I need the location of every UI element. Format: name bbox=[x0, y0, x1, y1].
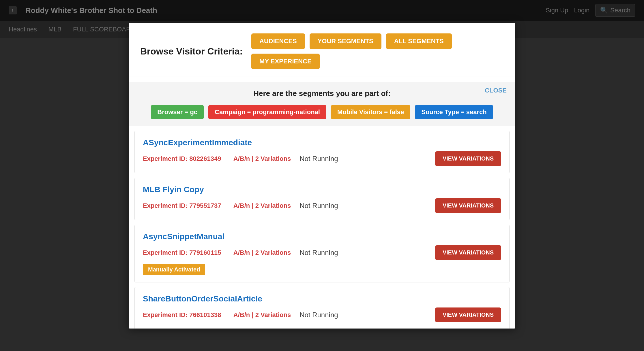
experiment-name-4: ShareButtonOrderSocialArticle bbox=[143, 294, 501, 303]
experiment-id-4: Experiment ID: 766101338 bbox=[143, 311, 221, 319]
criteria-buttons: AUDIENCES YOUR SEGMENTS ALL SEGMENTS MY … bbox=[251, 33, 504, 69]
experiment-type-4: A/B/n | 2 Variations bbox=[233, 311, 291, 319]
all-segments-button[interactable]: ALL SEGMENTS bbox=[386, 33, 452, 49]
experiment-name-2: MLB Flyin Copy bbox=[143, 185, 501, 194]
segments-tags: Browser = gc Campaign = programming-nati… bbox=[140, 105, 504, 119]
manually-activated-badge: Manually Activated bbox=[143, 264, 205, 275]
experiments-list: ASyncExperimentImmediate Experiment ID: … bbox=[129, 131, 515, 329]
audiences-button[interactable]: AUDIENCES bbox=[251, 33, 305, 49]
segment-tag-browser: Browser = gc bbox=[151, 105, 204, 119]
segment-tag-campaign: Campaign = programming-national bbox=[208, 105, 326, 119]
experiment-meta-3: Experiment ID: 779160115 A/B/n | 2 Varia… bbox=[143, 245, 501, 260]
modal-title: Browse Visitor Criteria: bbox=[140, 46, 243, 57]
experiment-id-1: Experiment ID: 802261349 bbox=[143, 155, 221, 163]
experiment-status-4: Not Running bbox=[299, 311, 338, 319]
experiment-status-1: Not Running bbox=[299, 155, 338, 163]
view-variations-button-1[interactable]: VIEW VARIATIONS bbox=[435, 151, 501, 166]
experiment-name-1: ASyncExperimentImmediate bbox=[143, 138, 501, 147]
my-experience-button[interactable]: MY EXPERIENCE bbox=[251, 54, 320, 69]
experiment-type-2: A/B/n | 2 Variations bbox=[233, 202, 291, 210]
experiment-status-3: Not Running bbox=[299, 249, 338, 257]
view-variations-button-4[interactable]: VIEW VARIATIONS bbox=[435, 307, 501, 322]
experiment-item-3: AsyncSnippetManual Experiment ID: 779160… bbox=[134, 225, 510, 282]
modal-overlay: Browse Visitor Criteria: AUDIENCES YOUR … bbox=[0, 0, 644, 351]
experiment-item-2: MLB Flyin Copy Experiment ID: 779551737 … bbox=[134, 178, 510, 220]
experiment-name-3: AsyncSnippetManual bbox=[143, 232, 501, 241]
separator-4 bbox=[225, 311, 230, 319]
your-segments-button[interactable]: YOUR SEGMENTS bbox=[310, 33, 381, 49]
separator-3 bbox=[225, 249, 230, 256]
experiment-id-3: Experiment ID: 779160115 bbox=[143, 249, 221, 256]
segments-panel: CLOSE Here are the segments you are part… bbox=[129, 82, 515, 126]
experiment-type-1: A/B/n | 2 Variations bbox=[233, 155, 291, 163]
close-button[interactable]: CLOSE bbox=[485, 87, 507, 94]
experiment-item-1: ASyncExperimentImmediate Experiment ID: … bbox=[134, 131, 510, 173]
experiment-item-4: ShareButtonOrderSocialArticle Experiment… bbox=[134, 287, 510, 329]
experiment-meta-1: Experiment ID: 802261349 A/B/n | 2 Varia… bbox=[143, 151, 501, 166]
experiment-id-2: Experiment ID: 779551737 bbox=[143, 202, 221, 210]
experiment-meta-2: Experiment ID: 779551737 A/B/n | 2 Varia… bbox=[143, 198, 501, 213]
separator-1 bbox=[225, 155, 230, 163]
segment-tag-mobile: Mobile Visitors = false bbox=[331, 105, 410, 119]
modal-header: Browse Visitor Criteria: AUDIENCES YOUR … bbox=[129, 23, 515, 76]
experiment-meta-4: Experiment ID: 766101338 A/B/n | 2 Varia… bbox=[143, 307, 501, 322]
segments-heading: Here are the segments you are part of: bbox=[140, 89, 504, 98]
view-variations-button-2[interactable]: VIEW VARIATIONS bbox=[435, 198, 501, 213]
browse-visitor-criteria-modal: Browse Visitor Criteria: AUDIENCES YOUR … bbox=[129, 23, 515, 329]
view-variations-button-3[interactable]: VIEW VARIATIONS bbox=[435, 245, 501, 260]
separator-2 bbox=[225, 202, 230, 210]
experiment-type-3: A/B/n | 2 Variations bbox=[233, 249, 291, 256]
segment-tag-source-type: Source Type = search bbox=[415, 105, 493, 119]
experiment-status-2: Not Running bbox=[299, 202, 338, 210]
